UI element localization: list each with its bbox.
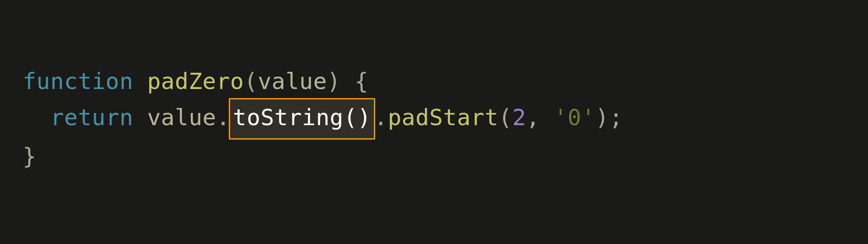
open-paren-2: ( [499, 104, 513, 131]
code-editor[interactable]: function padZero(value) { return value.t… [0, 0, 868, 238]
function-name: padZero [147, 68, 244, 94]
variable-value: value [133, 104, 217, 131]
method-padstart: padStart [388, 104, 499, 131]
code-line-2: return value.toString().padStart(2, '0')… [23, 104, 623, 131]
close-brace: } [23, 143, 37, 169]
close-paren: ) [327, 68, 341, 94]
highlighted-parens: () [344, 104, 371, 131]
number-arg: 2 [512, 104, 526, 131]
dot-2: . [374, 104, 388, 131]
keyword-return: return [50, 104, 133, 131]
close-paren-2: ) [595, 104, 609, 131]
open-brace: { [341, 68, 368, 94]
open-paren: ( [244, 68, 258, 94]
dot-1: . [216, 104, 230, 131]
comma: , [526, 104, 554, 131]
code-line-3: } [23, 143, 37, 169]
keyword-function: function [23, 68, 133, 94]
indent [23, 104, 50, 131]
semicolon: ; [609, 104, 623, 131]
code-line-1: function padZero(value) { [23, 68, 368, 94]
method-tostring: toString [233, 104, 344, 131]
highlighted-selection[interactable]: toString() [229, 98, 375, 140]
string-arg: '0' [554, 104, 595, 131]
parameter: value [258, 68, 327, 94]
